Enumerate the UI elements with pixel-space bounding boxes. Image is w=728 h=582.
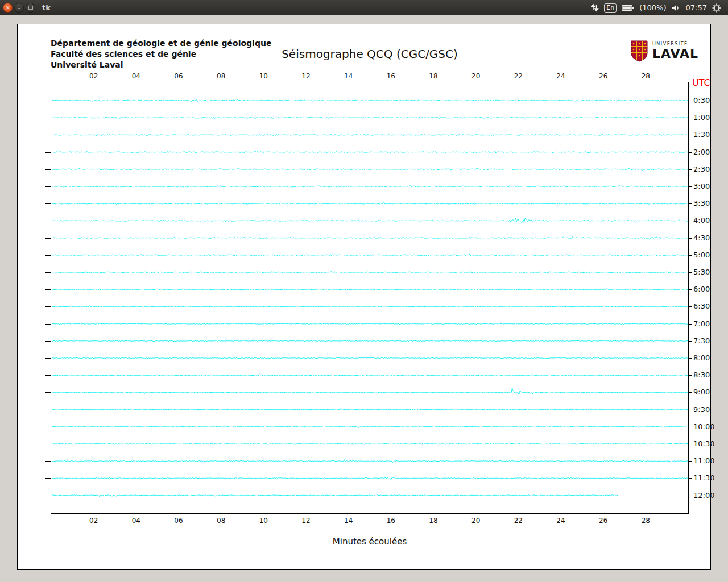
right-tick-mark xyxy=(689,169,692,170)
seismogram-trace-530 xyxy=(52,272,688,274)
maximize-button[interactable] xyxy=(26,3,35,13)
seismograph-traces xyxy=(51,82,688,513)
left-tick-mark xyxy=(46,255,51,256)
x-tick-label-bottom: 14 xyxy=(340,517,357,525)
close-button[interactable]: × xyxy=(3,3,13,13)
x-axis-title: Minutes écoulées xyxy=(51,537,689,547)
utc-time-label: 2:30 xyxy=(693,165,710,173)
left-tick-mark xyxy=(46,392,51,393)
minimize-button[interactable]: – xyxy=(14,3,24,13)
laval-logo: UNIVERSITÉ LAVAL xyxy=(631,40,698,62)
right-tick-mark xyxy=(689,427,692,427)
left-tick-mark xyxy=(46,101,51,101)
org-line-3: Université Laval xyxy=(51,60,271,70)
seismograph-window: Département de géologie et de génie géol… xyxy=(17,24,711,570)
seismogram-trace-430 xyxy=(52,236,688,239)
seismogram-trace-800 xyxy=(52,357,688,359)
utc-time-label: 9:30 xyxy=(693,405,710,414)
seismogram-trace-100 xyxy=(52,117,688,119)
right-tick-mark xyxy=(689,272,692,273)
x-tick-label-top: 22 xyxy=(510,72,527,80)
seismogram-trace-1100 xyxy=(52,459,688,462)
seismogram-trace-1030 xyxy=(52,443,688,445)
x-tick-label-bottom: 10 xyxy=(255,517,272,525)
seismogram-trace-230 xyxy=(52,168,688,171)
right-tick-mark xyxy=(689,461,692,462)
right-tick-mark xyxy=(689,444,692,444)
utc-time-label: 4:30 xyxy=(693,234,710,242)
seismogram-trace-1000 xyxy=(52,426,688,428)
seismogram-trace-830 xyxy=(52,375,688,376)
right-tick-mark xyxy=(689,101,692,101)
right-tick-mark xyxy=(689,496,692,496)
x-tick-label-bottom: 02 xyxy=(85,517,102,525)
left-tick-mark xyxy=(46,375,51,376)
utc-time-label: 6:00 xyxy=(693,285,710,293)
x-tick-label-bottom: 28 xyxy=(637,517,654,525)
right-tick-mark xyxy=(689,118,692,118)
settings-gear-icon[interactable] xyxy=(712,3,721,13)
left-tick-mark xyxy=(46,306,51,307)
left-tick-mark xyxy=(46,135,51,135)
utc-time-label: 6:30 xyxy=(693,302,710,310)
utc-time-label: 11:30 xyxy=(693,473,714,482)
left-tick-mark xyxy=(46,186,51,187)
x-tick-label-bottom: 20 xyxy=(468,517,485,525)
utc-time-label: 10:00 xyxy=(693,422,714,431)
seismogram-trace-500 xyxy=(52,254,688,256)
utc-time-label: 9:00 xyxy=(693,388,710,396)
x-tick-label-bottom: 04 xyxy=(127,517,144,525)
page-title: Séismographe QCQ (CGC/GSC) xyxy=(51,47,689,61)
seismogram-trace-900 xyxy=(52,388,688,394)
keyboard-layout-indicator[interactable]: En xyxy=(604,3,617,13)
x-tick-label-top: 28 xyxy=(637,72,654,80)
utc-time-label: 4:00 xyxy=(693,216,710,225)
left-tick-mark xyxy=(46,324,51,325)
left-tick-mark xyxy=(46,152,51,153)
x-tick-label-top: 16 xyxy=(382,72,399,80)
clock[interactable]: 07:57 xyxy=(686,3,707,12)
utc-time-label: 12:00 xyxy=(693,491,714,500)
left-tick-mark xyxy=(46,496,51,496)
left-tick-mark xyxy=(46,478,51,479)
x-tick-label-top: 02 xyxy=(85,72,102,80)
volume-icon[interactable] xyxy=(672,4,681,12)
right-tick-mark xyxy=(689,478,692,479)
utc-time-label: 7:30 xyxy=(693,336,710,345)
left-tick-mark xyxy=(46,410,51,410)
x-tick-label-top: 10 xyxy=(255,72,272,80)
x-tick-label-bottom: 18 xyxy=(425,517,442,525)
right-tick-mark xyxy=(689,221,692,221)
battery-icon[interactable] xyxy=(622,5,634,11)
laval-shield-icon xyxy=(631,40,648,62)
seismogram-trace-630 xyxy=(52,306,688,307)
x-tick-label-bottom: 12 xyxy=(297,517,315,525)
x-tick-label-bottom: 16 xyxy=(382,517,399,525)
seismogram-trace-200 xyxy=(52,151,688,153)
laval-logo-line2: LAVAL xyxy=(652,48,698,60)
right-tick-mark xyxy=(689,324,692,325)
updown-arrows-icon[interactable] xyxy=(590,3,599,12)
x-tick-label-top: 04 xyxy=(127,72,144,80)
window-controls: × – xyxy=(3,3,35,13)
right-tick-mark xyxy=(689,135,692,135)
right-tick-mark xyxy=(689,375,692,376)
utc-axis-label: UTC xyxy=(692,77,710,88)
utc-time-label: 1:00 xyxy=(693,113,710,122)
x-tick-label-top: 08 xyxy=(213,72,230,80)
left-tick-mark xyxy=(46,461,51,462)
laval-logo-line1: UNIVERSITÉ xyxy=(652,42,698,47)
utc-time-label: 8:00 xyxy=(693,354,710,362)
seismogram-trace-1200 xyxy=(52,494,618,496)
utc-time-label: 5:30 xyxy=(693,268,710,276)
utc-time-label: 11:00 xyxy=(693,456,714,465)
utc-time-label: 2:00 xyxy=(693,148,710,156)
right-tick-mark xyxy=(689,410,692,410)
right-tick-mark xyxy=(689,203,692,204)
battery-percentage: (100%) xyxy=(639,3,666,12)
maximize-icon xyxy=(28,6,33,10)
right-tick-mark xyxy=(689,255,692,256)
left-tick-mark xyxy=(46,289,51,290)
seismogram-trace-1130 xyxy=(52,477,688,480)
utc-time-label: 7:00 xyxy=(693,319,710,328)
